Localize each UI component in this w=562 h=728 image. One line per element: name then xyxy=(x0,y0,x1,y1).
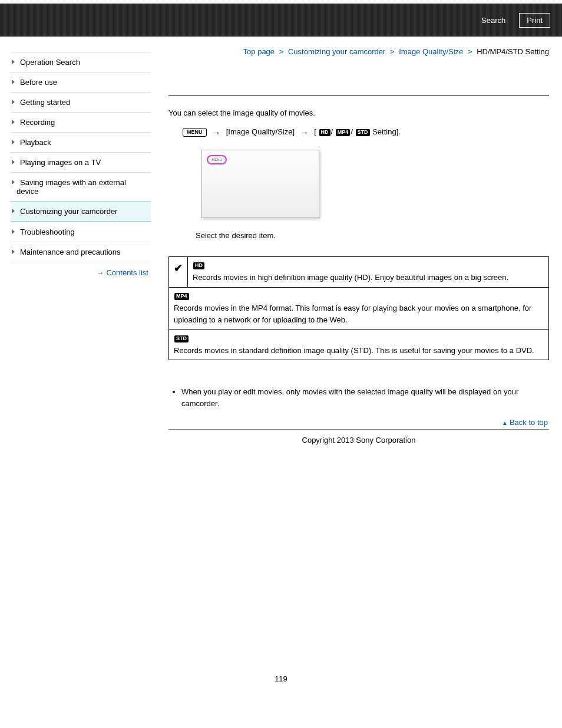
option-text: Records movies in standard definition im… xyxy=(174,346,534,355)
mp4-badge-icon: MP4 xyxy=(336,129,351,136)
option-text: Records movies in high definition image … xyxy=(193,273,508,282)
sidebar-item-label: Customizing your camcorder xyxy=(20,207,117,216)
menu-button-icon: MENU xyxy=(183,128,207,137)
option-hd: HD Records movies in high definition ima… xyxy=(188,256,549,287)
breadcrumb-image-quality[interactable]: Image Quality/Size xyxy=(399,47,463,56)
sidebar-item-label: Operation Search xyxy=(20,58,80,67)
note-item: When you play or edit movies, only movie… xyxy=(181,386,549,410)
print-button[interactable]: Print xyxy=(519,13,550,28)
caret-icon xyxy=(12,100,15,104)
sidebar-item-before-use[interactable]: Before use xyxy=(11,72,151,92)
back-to-top-link[interactable]: Back to top xyxy=(510,418,548,427)
horizontal-rule xyxy=(168,95,549,95)
breadcrumb-top[interactable]: Top page xyxy=(243,47,275,56)
caret-icon xyxy=(12,209,15,213)
copyright-text: Copyright 2013 Sony Corporation xyxy=(168,430,549,450)
breadcrumb-current: HD/MP4/STD Setting xyxy=(477,47,549,56)
arrow-right-icon: → xyxy=(96,268,104,277)
sidebar-item-maintenance[interactable]: Maintenance and precautions xyxy=(11,242,151,262)
caret-icon xyxy=(12,120,15,124)
caret-icon xyxy=(12,180,15,185)
sidebar-item-recording[interactable]: Recording xyxy=(11,112,151,132)
sidebar-item-troubleshooting[interactable]: Troubleshooting xyxy=(11,222,151,242)
step-text: [Image Quality/Size] xyxy=(226,127,295,136)
sidebar-item-playback[interactable]: Playback xyxy=(11,132,151,152)
std-badge-icon: STD xyxy=(356,129,370,136)
step-text: Setting]. xyxy=(372,127,401,136)
top-bar: Search Print xyxy=(0,4,562,37)
chevron-right-icon: > xyxy=(390,47,395,56)
intro-text: You can select the image quality of movi… xyxy=(168,108,549,117)
sidebar: Operation Search Before use Getting star… xyxy=(0,37,151,450)
mp4-badge-icon: MP4 xyxy=(174,293,189,300)
device-screenshot-placeholder: MENU xyxy=(201,150,319,218)
sidebar-item-label: Saving images with an external device xyxy=(16,178,126,196)
step-2: Select the desired item. xyxy=(196,231,549,240)
caret-icon xyxy=(12,160,15,164)
sidebar-item-operation-search[interactable]: Operation Search xyxy=(11,52,151,72)
sidebar-item-label: Getting started xyxy=(20,98,70,107)
sidebar-item-label: Playback xyxy=(20,138,51,147)
chevron-right-icon: > xyxy=(468,47,472,56)
table-row: STD Records movies in standard definitio… xyxy=(169,330,549,360)
caret-icon xyxy=(12,249,15,254)
option-std: STD Records movies in standard definitio… xyxy=(169,330,549,360)
contents-list-link[interactable]: Contents list xyxy=(106,268,148,277)
sidebar-item-getting-started[interactable]: Getting started xyxy=(11,92,151,112)
sidebar-item-label: Before use xyxy=(20,78,57,87)
step-1: MENU → [Image Quality/Size] → [ HD/ MP4/… xyxy=(168,126,549,139)
breadcrumb: Top page > Customizing your camcorder > … xyxy=(168,47,549,56)
sidebar-item-label: Recording xyxy=(20,118,55,127)
page-number: 119 xyxy=(0,450,562,695)
arrow-right-icon: → xyxy=(300,126,309,139)
table-row: MP4 Records movies in the MP4 format. Th… xyxy=(169,287,549,330)
sidebar-item-playing-on-tv[interactable]: Playing images on a TV xyxy=(11,152,151,172)
hd-badge-icon: HD xyxy=(319,129,330,136)
sidebar-item-customizing[interactable]: Customizing your camcorder xyxy=(11,201,151,222)
sidebar-item-label: Troubleshooting xyxy=(20,228,75,236)
hd-badge-icon: HD xyxy=(193,262,204,269)
option-mp4: MP4 Records movies in the MP4 format. Th… xyxy=(169,287,549,330)
main-content: Top page > Customizing your camcorder > … xyxy=(151,37,562,450)
checkmark-icon: ✔ xyxy=(169,256,188,287)
options-table: ✔ HD Records movies in high definition i… xyxy=(168,256,549,361)
caret-icon xyxy=(12,229,15,234)
sidebar-item-saving-external[interactable]: Saving images with an external device xyxy=(11,172,151,201)
option-text: Records movies in the MP4 format. This f… xyxy=(174,304,531,324)
menu-highlight: MENU xyxy=(207,155,227,164)
contents-list: →Contents list xyxy=(11,262,151,277)
step-text: [ xyxy=(314,127,316,136)
search-button[interactable]: Search xyxy=(474,13,513,28)
arrow-right-icon: → xyxy=(212,126,220,139)
notes-section: When you play or edit movies, only movie… xyxy=(168,386,549,410)
caret-icon xyxy=(12,140,15,144)
chevron-right-icon: > xyxy=(279,47,284,56)
caret-icon xyxy=(12,60,15,64)
breadcrumb-customizing[interactable]: Customizing your camcorder xyxy=(288,47,385,56)
std-badge-icon: STD xyxy=(174,335,189,342)
sidebar-item-label: Playing images on a TV xyxy=(20,158,101,167)
triangle-up-icon: ▲ xyxy=(502,420,508,426)
back-to-top: ▲Back to top xyxy=(168,414,549,430)
table-row: ✔ HD Records movies in high definition i… xyxy=(169,256,549,287)
sidebar-item-label: Maintenance and precautions xyxy=(20,248,121,256)
caret-icon xyxy=(12,80,15,84)
